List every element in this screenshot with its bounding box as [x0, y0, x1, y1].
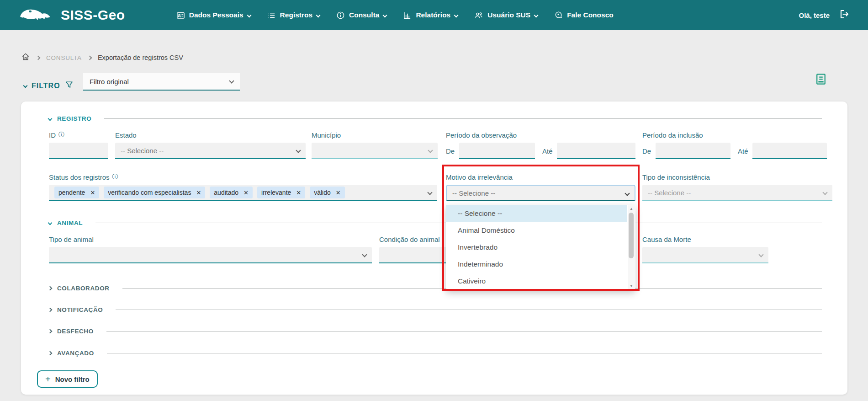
section-label: AVANÇADO: [57, 350, 94, 357]
app-logo[interactable]: SISS-Geo: [18, 5, 125, 25]
chevron-down-icon: [383, 13, 387, 17]
section-divider: [107, 353, 822, 353]
section-colaborador-toggle[interactable]: COLABORADOR: [48, 285, 822, 292]
section-divider: [104, 118, 822, 119]
section-notificacao-toggle[interactable]: NOTIFICAÇÃO: [48, 306, 822, 313]
nav-fale-conosco[interactable]: Fale Conosco: [554, 11, 614, 20]
de-label: De: [642, 147, 656, 155]
section-desfecho-toggle[interactable]: DESFECHO: [48, 328, 822, 335]
nav-dados-pessoais[interactable]: Dados Pessoais: [176, 11, 251, 20]
users-icon: [474, 11, 483, 20]
field-label: Tipo de inconsistência: [642, 173, 832, 181]
scroll-down-icon[interactable]: ▼: [628, 284, 635, 288]
dropdown-scrollbar[interactable]: ▲ ▼: [628, 205, 635, 289]
municipio-select[interactable]: [312, 143, 438, 159]
nav-label: Consulta: [349, 11, 379, 19]
nav-relatorios[interactable]: Relatórios: [403, 11, 458, 20]
section-animal-toggle[interactable]: ANIMAL: [48, 219, 822, 226]
de-label: De: [446, 147, 459, 155]
remove-chip-icon[interactable]: ✕: [296, 189, 301, 196]
nav-label: Fale Conosco: [567, 11, 614, 19]
periodo-observacao-de-input[interactable]: [459, 143, 535, 159]
periodo-inclusao-de-input[interactable]: [656, 143, 730, 159]
user-greeting: Olá, teste: [799, 11, 830, 19]
tipo-animal-select[interactable]: [49, 247, 372, 263]
chevron-right-icon: [48, 351, 53, 356]
section-label: ANIMAL: [57, 219, 83, 226]
remove-chip-icon[interactable]: ✕: [196, 189, 201, 196]
nav-consulta[interactable]: Consulta: [336, 11, 386, 20]
dropdown-option-selecione[interactable]: -- Selecione --: [446, 205, 627, 222]
chevron-right-icon: [48, 308, 53, 312]
nav-label: Dados Pessoais: [189, 11, 243, 19]
motivo-irrelevancia-dropdown: -- Selecione -- Animal Doméstico Inverte…: [446, 205, 635, 290]
id-input[interactable]: [49, 143, 108, 159]
nav-usuario-sus[interactable]: Usuário SUS: [474, 11, 538, 20]
field-periodo-inclusao: Período da inclusão De Até: [642, 131, 831, 159]
periodo-observacao-ate-input[interactable]: [557, 143, 635, 159]
field-label: ID ⓘ: [49, 131, 108, 139]
chevron-down-icon: [362, 252, 367, 257]
nav-registros[interactable]: Registros: [267, 11, 320, 20]
section-divider: [116, 310, 822, 310]
chevron-right-icon: [48, 286, 53, 291]
causa-morte-select[interactable]: [642, 247, 768, 263]
ate-label: Até: [738, 147, 752, 155]
new-filter-label: Novo filtro: [55, 375, 90, 383]
dropdown-option-invertebrado[interactable]: Invertebrado: [446, 239, 627, 256]
field-label: Tipo de animal: [49, 235, 372, 243]
chevron-down-icon: [247, 13, 251, 17]
funnel-icon: [65, 80, 74, 91]
id-card-icon: [176, 11, 185, 20]
section-registro-toggle[interactable]: REGISTRO: [48, 115, 822, 122]
chevron-down-icon: [48, 117, 53, 121]
main-nav: Dados Pessoais Registros Consulta: [176, 11, 614, 20]
filter-panel: REGISTRO ID ⓘ Estado -- Selecione -- Mun…: [21, 102, 847, 395]
scrollbar-thumb[interactable]: [629, 213, 634, 258]
field-estado: Estado -- Selecione --: [115, 131, 306, 159]
field-label: Período da observação: [446, 131, 635, 139]
saved-filter-select[interactable]: Filtro original: [83, 73, 240, 91]
remove-chip-icon[interactable]: ✕: [336, 189, 341, 196]
chevron-down-icon: [454, 13, 459, 17]
filtro-section-toggle[interactable]: FILTRO: [24, 80, 74, 91]
chevron-down-icon: [296, 148, 301, 153]
section-label: REGISTRO: [57, 115, 91, 122]
status-multiselect[interactable]: pendente✕ verificando com especialistas✕…: [49, 185, 437, 201]
header-user-area: Olá, teste: [799, 9, 850, 21]
selected-status-chips: pendente✕ verificando com especialistas✕…: [54, 187, 345, 198]
remove-chip-icon[interactable]: ✕: [243, 189, 249, 196]
dropdown-option-cativeiro[interactable]: Cativeiro: [446, 273, 627, 289]
info-icon[interactable]: ⓘ: [58, 131, 64, 139]
breadcrumb-current-page: Exportação de registros CSV: [98, 54, 183, 61]
field-label: Causa da Morte: [642, 235, 768, 243]
new-filter-button[interactable]: + Novo filtro: [37, 370, 98, 388]
chevron-down-icon: [316, 13, 321, 17]
breadcrumb-consulta[interactable]: CONSULTA: [46, 54, 82, 61]
motivo-irrelevancia-select[interactable]: -- Selecione --: [446, 185, 635, 201]
dropdown-option-indeterminado[interactable]: Indeterminado: [446, 256, 627, 273]
section-label: COLABORADOR: [57, 285, 110, 292]
scroll-up-icon[interactable]: ▲: [628, 207, 635, 211]
section-label: NOTIFICAÇÃO: [57, 306, 103, 313]
chevron-right-icon: [87, 55, 92, 60]
ate-label: Até: [542, 147, 557, 155]
nav-label: Usuário SUS: [487, 11, 530, 19]
periodo-inclusao-ate-input[interactable]: [752, 143, 827, 159]
status-chip: válido✕: [310, 187, 345, 198]
tipo-inconsistencia-select[interactable]: -- Selecione --: [642, 185, 832, 201]
home-icon[interactable]: [21, 52, 30, 63]
export-document-icon[interactable]: [814, 72, 828, 86]
section-avancado-toggle[interactable]: AVANÇADO: [48, 350, 822, 357]
logo-divider: [56, 7, 56, 23]
estado-select[interactable]: -- Selecione --: [115, 143, 306, 159]
field-motivo-irrelevancia: Motivo da irrelevância -- Selecione --: [446, 173, 635, 201]
chevron-down-icon: [23, 84, 28, 88]
chevron-down-icon: [534, 13, 539, 17]
info-icon[interactable]: ⓘ: [112, 173, 118, 181]
remove-chip-icon[interactable]: ✕: [90, 189, 95, 196]
dropdown-option-animal-domestico[interactable]: Animal Doméstico: [446, 222, 627, 239]
chat-icon: [554, 11, 563, 20]
logout-icon[interactable]: [839, 9, 850, 21]
status-chip: verificando com especialistas✕: [104, 187, 205, 198]
